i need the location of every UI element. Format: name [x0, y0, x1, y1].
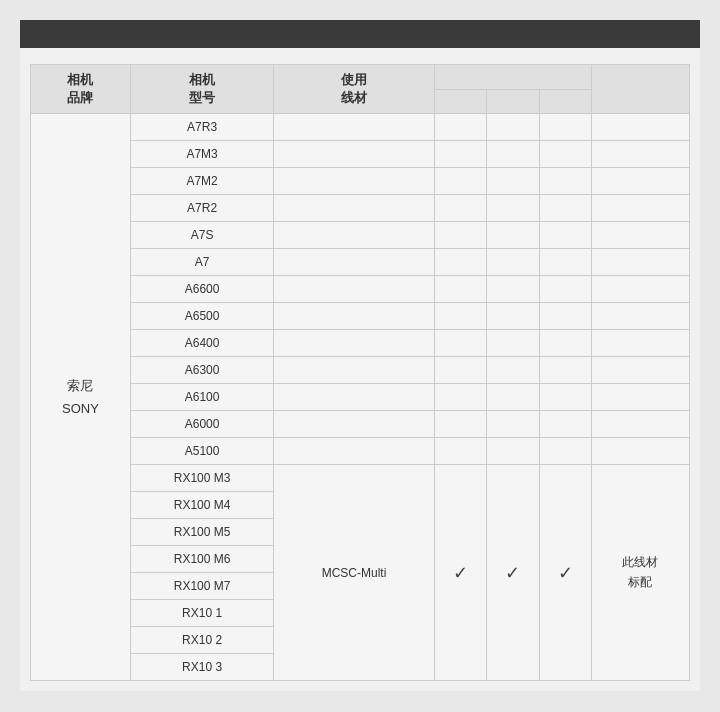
- model-cell: A7R3: [130, 114, 273, 141]
- cable-cell: [274, 141, 435, 168]
- th-feature: [434, 65, 591, 90]
- record-cell: [487, 141, 539, 168]
- model-cell: A6600: [130, 276, 273, 303]
- note-cell: [591, 438, 689, 465]
- model-cell: RX10 3: [130, 654, 273, 681]
- photo-cell: [434, 141, 486, 168]
- autofocus-cell: [539, 303, 591, 330]
- cable-cell: [274, 438, 435, 465]
- cable-cell: [274, 276, 435, 303]
- autofocus-cell: [539, 222, 591, 249]
- record-cell: [487, 276, 539, 303]
- photo-cell: ✓: [434, 465, 486, 681]
- photo-cell: [434, 411, 486, 438]
- record-cell: [487, 330, 539, 357]
- note-cell: [591, 330, 689, 357]
- header-row: 相机品牌 相机型号 使用线材: [31, 65, 690, 90]
- record-cell: [487, 357, 539, 384]
- note-cell: [591, 141, 689, 168]
- th-note: [591, 65, 689, 114]
- record-cell: [487, 195, 539, 222]
- th-cable: 使用线材: [274, 65, 435, 114]
- photo-cell: [434, 384, 486, 411]
- cable-cell: MCSC-Multi: [274, 465, 435, 681]
- autofocus-cell: [539, 195, 591, 222]
- model-cell: RX10 2: [130, 627, 273, 654]
- model-cell: A6000: [130, 411, 273, 438]
- photo-cell: [434, 303, 486, 330]
- model-cell: A6400: [130, 330, 273, 357]
- th-photo: [434, 89, 486, 114]
- model-cell: A6100: [130, 384, 273, 411]
- record-cell: [487, 438, 539, 465]
- model-cell: A7M3: [130, 141, 273, 168]
- model-cell: A6300: [130, 357, 273, 384]
- page-title: [20, 20, 700, 48]
- model-cell: A7: [130, 249, 273, 276]
- table-row: 索尼SONYA7R3: [31, 114, 690, 141]
- note-cell: [591, 222, 689, 249]
- autofocus-cell: [539, 276, 591, 303]
- record-cell: ✓: [487, 465, 539, 681]
- cable-cell: [274, 411, 435, 438]
- note-cell: [591, 114, 689, 141]
- autofocus-cell: [539, 330, 591, 357]
- note-cell: [591, 357, 689, 384]
- model-cell: A7S: [130, 222, 273, 249]
- note-cell: [591, 168, 689, 195]
- autofocus-cell: ✓: [539, 465, 591, 681]
- model-cell: RX100 M3: [130, 465, 273, 492]
- record-cell: [487, 114, 539, 141]
- model-cell: A5100: [130, 438, 273, 465]
- photo-cell: [434, 195, 486, 222]
- model-cell: A6500: [130, 303, 273, 330]
- note-cell: [591, 276, 689, 303]
- table-container: 相机品牌 相机型号 使用线材 索尼SONYA7R3A7M3A7M2A7R2A7S…: [20, 48, 700, 691]
- th-brand: 相机品牌: [31, 65, 131, 114]
- photo-cell: [434, 276, 486, 303]
- model-cell: A7M2: [130, 168, 273, 195]
- autofocus-cell: [539, 411, 591, 438]
- photo-cell: [434, 357, 486, 384]
- autofocus-cell: [539, 438, 591, 465]
- note-cell: [591, 249, 689, 276]
- cable-cell: [274, 168, 435, 195]
- th-model: 相机型号: [130, 65, 273, 114]
- record-cell: [487, 411, 539, 438]
- record-cell: [487, 249, 539, 276]
- photo-cell: [434, 114, 486, 141]
- compatibility-table: 相机品牌 相机型号 使用线材 索尼SONYA7R3A7M3A7M2A7R2A7S…: [30, 64, 690, 681]
- model-cell: RX100 M7: [130, 573, 273, 600]
- photo-cell: [434, 222, 486, 249]
- note-cell: [591, 195, 689, 222]
- model-cell: RX100 M4: [130, 492, 273, 519]
- model-cell: RX100 M5: [130, 519, 273, 546]
- th-autofocus: [539, 89, 591, 114]
- cable-cell: [274, 303, 435, 330]
- model-cell: RX10 1: [130, 600, 273, 627]
- note-cell: 此线材标配: [591, 465, 689, 681]
- cable-cell: [274, 384, 435, 411]
- photo-cell: [434, 438, 486, 465]
- cable-cell: [274, 114, 435, 141]
- note-cell: [591, 411, 689, 438]
- photo-cell: [434, 168, 486, 195]
- note-cell: [591, 384, 689, 411]
- cable-cell: [274, 249, 435, 276]
- record-cell: [487, 222, 539, 249]
- record-cell: [487, 384, 539, 411]
- record-cell: [487, 168, 539, 195]
- brand-cell: 索尼SONY: [31, 114, 131, 681]
- model-cell: A7R2: [130, 195, 273, 222]
- autofocus-cell: [539, 384, 591, 411]
- record-cell: [487, 303, 539, 330]
- model-cell: RX100 M6: [130, 546, 273, 573]
- autofocus-cell: [539, 357, 591, 384]
- cable-cell: [274, 330, 435, 357]
- page-wrapper: 相机品牌 相机型号 使用线材 索尼SONYA7R3A7M3A7M2A7R2A7S…: [20, 20, 700, 691]
- autofocus-cell: [539, 141, 591, 168]
- autofocus-cell: [539, 168, 591, 195]
- cable-cell: [274, 195, 435, 222]
- autofocus-cell: [539, 114, 591, 141]
- photo-cell: [434, 330, 486, 357]
